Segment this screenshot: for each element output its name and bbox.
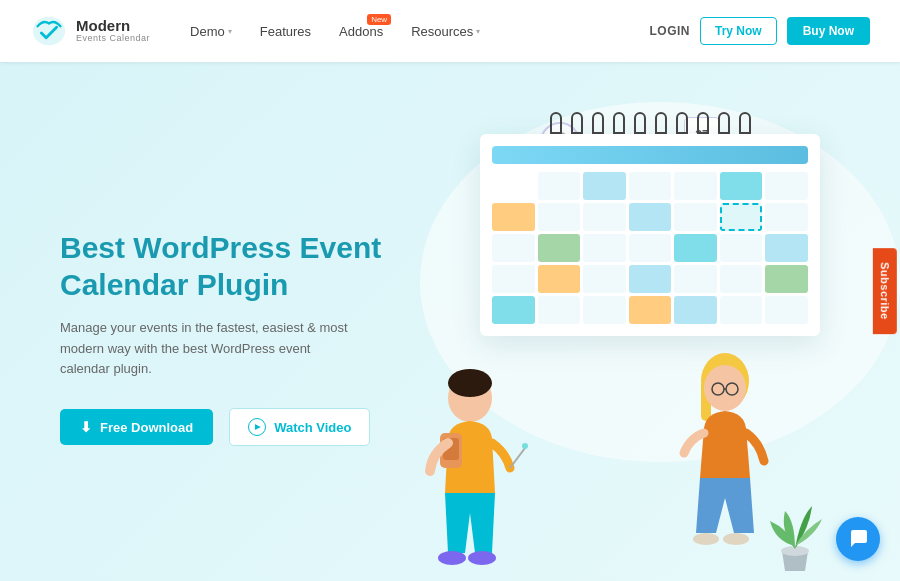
table-row [583, 296, 626, 324]
buy-now-button[interactable]: Buy Now [787, 17, 870, 45]
table-row [492, 265, 535, 293]
table-row [720, 203, 763, 231]
hero-buttons: ⬇ Free Download ▶ Watch Video [60, 408, 400, 446]
table-row [674, 265, 717, 293]
table-row [720, 172, 763, 200]
svg-point-12 [468, 551, 496, 565]
watch-video-button[interactable]: ▶ Watch Video [229, 408, 370, 446]
logo-icon [30, 12, 68, 50]
free-download-button[interactable]: ⬇ Free Download [60, 409, 213, 445]
table-row [720, 296, 763, 324]
calendar-grid [492, 172, 808, 324]
svg-point-15 [704, 365, 746, 411]
table-row [629, 296, 672, 324]
table-row [720, 265, 763, 293]
character-left [410, 353, 530, 581]
table-row [765, 172, 808, 200]
nav-demo[interactable]: Demo ▾ [190, 24, 232, 39]
nav-addons[interactable]: Addons New [339, 24, 383, 39]
character-right-svg [660, 343, 790, 581]
table-row [674, 296, 717, 324]
table-row [538, 172, 581, 200]
login-button[interactable]: LOGIN [649, 24, 690, 38]
chevron-icon: ▾ [228, 27, 232, 36]
svg-point-19 [693, 533, 719, 545]
table-row [765, 265, 808, 293]
table-row [492, 296, 535, 324]
new-badge: New [367, 14, 391, 25]
navbar: Modern Events Calendar Demo ▾ Features A… [0, 0, 900, 62]
table-row [765, 296, 808, 324]
table-row [629, 234, 672, 262]
table-row [674, 203, 717, 231]
table-row [538, 234, 581, 262]
logo-text: Modern Events Calendar [76, 18, 150, 44]
nav-features[interactable]: Features [260, 24, 311, 39]
logo-name: Modern [76, 18, 150, 35]
table-row [629, 265, 672, 293]
table-row [583, 265, 626, 293]
hero-section: Best WordPress Event Calendar Plugin Man… [0, 62, 900, 581]
character-left-svg [410, 353, 530, 581]
table-row [492, 234, 535, 262]
table-row [583, 234, 626, 262]
calendar-body [480, 134, 820, 336]
svg-point-20 [723, 533, 749, 545]
table-row [765, 234, 808, 262]
download-icon: ⬇ [80, 419, 92, 435]
hero-description: Manage your events in the fastest, easie… [60, 318, 360, 380]
calendar-header [492, 146, 808, 164]
try-now-button[interactable]: Try Now [700, 17, 777, 45]
chat-icon [847, 528, 869, 550]
table-row [538, 203, 581, 231]
calendar-spine [480, 112, 820, 134]
table-row [538, 265, 581, 293]
table-row [538, 296, 581, 324]
svg-point-6 [448, 369, 492, 397]
table-row [492, 172, 535, 200]
svg-point-10 [522, 443, 528, 449]
hero-title: Best WordPress Event Calendar Plugin [60, 229, 400, 304]
table-row [583, 203, 626, 231]
table-row [492, 203, 535, 231]
chevron-icon-2: ▾ [476, 27, 480, 36]
table-row [629, 172, 672, 200]
table-row [583, 172, 626, 200]
play-icon: ▶ [248, 418, 266, 436]
svg-point-11 [438, 551, 466, 565]
hero-left: Best WordPress Event Calendar Plugin Man… [60, 229, 400, 446]
svg-line-9 [510, 448, 525, 468]
table-row [629, 203, 672, 231]
calendar-illustration [480, 112, 820, 336]
nav-links: Demo ▾ Features Addons New Resources ▾ [190, 24, 649, 39]
hero-right: 27 [400, 92, 850, 581]
table-row [765, 203, 808, 231]
table-row [674, 234, 717, 262]
nav-resources[interactable]: Resources ▾ [411, 24, 480, 39]
nav-actions: LOGIN Try Now Buy Now [649, 17, 870, 45]
character-right [660, 343, 790, 581]
table-row [720, 234, 763, 262]
subscribe-tab[interactable]: Subscribe [873, 248, 897, 334]
table-row [674, 172, 717, 200]
chat-button[interactable] [836, 517, 880, 561]
logo: Modern Events Calendar [30, 12, 150, 50]
logo-sub: Events Calendar [76, 34, 150, 44]
